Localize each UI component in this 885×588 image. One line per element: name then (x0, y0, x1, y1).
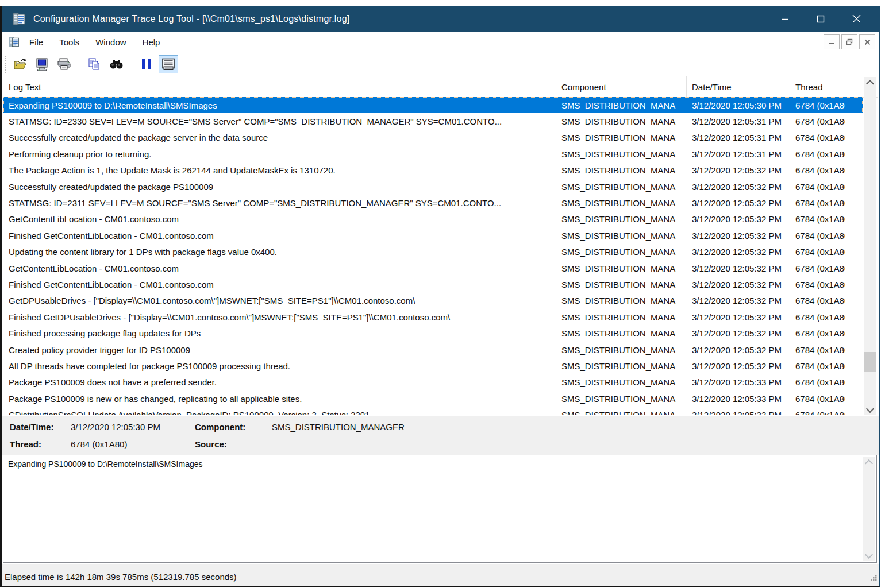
column-header-component[interactable]: Component (556, 76, 687, 97)
window-title: Configuration Manager Trace Log Tool - [… (33, 14, 349, 24)
log-cell: Finished GetDPUsableDrives - ["Display=\… (3, 312, 556, 322)
thread-cell: 6784 (0x1A80) (790, 100, 845, 110)
component-cell: SMS_DISTRIBUTION_MANA (556, 394, 687, 404)
mdi-restore-icon[interactable] (841, 34, 857, 49)
component-cell: SMS_DISTRIBUTION_MANA (556, 247, 687, 257)
log-row[interactable]: Package PS100009 does not have a preferr… (3, 374, 863, 390)
column-header-thread[interactable]: Thread (790, 76, 845, 97)
datetime-cell: 3/12/2020 12:05:32 PM (687, 182, 790, 192)
log-row[interactable]: GetContentLibLocation - CM01.contoso.com… (3, 260, 863, 276)
datetime-value: 3/12/2020 12:05:30 PM (71, 422, 160, 432)
datetime-cell: 3/12/2020 12:05:32 PM (687, 165, 790, 175)
datetime-cell: 3/12/2020 12:05:33 PM (687, 377, 790, 387)
log-row[interactable]: Finished GetContentLibLocation - CM01.co… (3, 276, 863, 292)
scroll-down-icon[interactable] (864, 404, 876, 415)
toolbar-grip[interactable] (5, 56, 8, 73)
log-cell: Finished GetContentLibLocation - CM01.co… (3, 280, 556, 289)
log-row[interactable]: Finished processing package flag updates… (3, 325, 863, 341)
thread-cell: 6784 (0x1A80) (790, 328, 845, 338)
remote-connect-icon[interactable] (32, 55, 52, 74)
datetime-cell: 3/12/2020 12:05:31 PM (687, 117, 790, 126)
minimize-icon[interactable] (767, 6, 803, 32)
thread-cell: 6784 (0x1A80) (790, 296, 845, 305)
detail-text-box[interactable]: Expanding PS100009 to D:\RemoteInstall\S… (3, 455, 877, 563)
mdi-close-icon[interactable] (859, 34, 875, 49)
cmtrace-window: Configuration Manager Trace Log Tool - [… (0, 0, 885, 588)
thread-cell: 6784 (0x1A80) (790, 149, 845, 159)
resize-grip-icon[interactable] (869, 574, 878, 584)
column-header-log-text[interactable]: Log Text (3, 76, 556, 97)
status-bar: Elapsed time is 142h 18m 39s 785ms (5123… (2, 564, 879, 586)
datetime-cell: 3/12/2020 12:05:32 PM (687, 247, 790, 257)
log-row[interactable]: GetContentLibLocation - CM01.contoso.com… (3, 211, 863, 227)
log-row[interactable]: Created policy provider trigger for ID P… (3, 342, 863, 358)
log-cell: All DP threads have completed for packag… (3, 361, 556, 371)
log-cell: STATMSG: ID=2330 SEV=I LEV=M SOURCE="SMS… (3, 117, 556, 126)
find-icon[interactable] (106, 55, 126, 74)
log-cell: Finished processing package flag updates… (3, 328, 556, 338)
log-row[interactable]: Package PS100009 is new or has changed, … (3, 390, 863, 407)
component-cell: SMS_DISTRIBUTION_MANA (556, 231, 687, 241)
pause-bars (142, 59, 151, 69)
component-cell: SMS_DISTRIBUTION_MANA (556, 117, 687, 126)
log-cell: Performing cleanup prior to returning. (3, 149, 556, 159)
log-row[interactable]: CDistributionSrcSQLUpdate AvailableVersi… (3, 407, 863, 415)
thread-cell: 6784 (0x1A80) (790, 312, 845, 322)
component-cell: SMS_DISTRIBUTION_MANA (556, 361, 687, 371)
component-cell: SMS_DISTRIBUTION_MANA (556, 328, 687, 338)
log-row[interactable]: The Package Action is 1, the Update Mask… (3, 163, 863, 179)
log-row[interactable]: STATMSG: ID=2311 SEV=I LEV=M SOURCE="SMS… (3, 195, 863, 211)
log-row[interactable]: Successfully created/updated the package… (3, 130, 863, 146)
log-row[interactable]: Expanding PS100009 to D:\RemoteInstall\S… (3, 97, 863, 113)
thread-cell: 6784 (0x1A80) (790, 377, 845, 387)
log-row[interactable]: Updating the content library for 1 DPs w… (3, 244, 863, 260)
log-row[interactable]: Finished GetDPUsableDrives - ["Display=\… (3, 309, 863, 325)
detail-panel: Date/Time: 3/12/2020 12:05:30 PM Compone… (2, 416, 879, 455)
component-cell: SMS_DISTRIBUTION_MANA (556, 182, 687, 192)
scrollbar-thumb[interactable] (864, 352, 876, 372)
log-cell: Successfully created/updated the package… (3, 182, 556, 192)
datetime-cell: 3/12/2020 12:05:33 PM (687, 394, 790, 404)
open-file-icon[interactable] (10, 55, 30, 74)
close-icon[interactable] (838, 6, 874, 32)
log-cell: CDistributionSrcSQLUpdate AvailableVersi… (3, 410, 556, 415)
column-headers: Log Text Component Date/Time Thread (3, 76, 878, 98)
thread-cell: 6784 (0x1A80) (790, 280, 845, 289)
menu-file[interactable]: File (22, 34, 50, 51)
title-bar[interactable]: Configuration Manager Trace Log Tool - [… (2, 6, 879, 32)
toolbar-separator (130, 57, 130, 72)
menu-tools[interactable]: Tools (52, 34, 86, 51)
thread-cell: 6784 (0x1A80) (790, 345, 845, 355)
copy-icon[interactable] (84, 55, 104, 74)
log-row[interactable]: GetDPUsableDrives - ["Display=\\CM01.con… (3, 293, 863, 309)
log-row[interactable]: Performing cleanup prior to returning.SM… (3, 146, 863, 162)
log-cell: Package PS100009 is new or has changed, … (3, 394, 556, 404)
highlight-icon[interactable] (159, 55, 178, 74)
datetime-cell: 3/12/2020 12:05:32 PM (687, 361, 790, 371)
menu-bar: File Tools Window Help (2, 32, 879, 53)
thread-cell: 6784 (0x1A80) (790, 394, 845, 404)
component-cell: SMS_DISTRIBUTION_MANA (556, 377, 687, 387)
maximize-icon[interactable] (803, 6, 838, 32)
scroll-down-icon[interactable] (863, 550, 875, 561)
menu-help[interactable]: Help (136, 34, 167, 51)
detail-scrollbar[interactable] (863, 457, 875, 561)
log-cell: Created policy provider trigger for ID P… (3, 345, 556, 355)
list-scrollbar[interactable] (864, 77, 876, 415)
log-row[interactable]: STATMSG: ID=2330 SEV=I LEV=M SOURCE="SMS… (3, 113, 863, 129)
scroll-up-icon[interactable] (863, 457, 875, 467)
log-cell: GetContentLibLocation - CM01.contoso.com (3, 264, 556, 273)
mdi-controls (824, 34, 875, 49)
thread-cell: 6784 (0x1A80) (790, 247, 845, 257)
log-row[interactable]: Successfully created/updated the package… (3, 179, 863, 195)
scroll-up-icon[interactable] (864, 77, 876, 88)
pause-icon[interactable] (137, 55, 156, 74)
document-menu-icon[interactable] (7, 35, 20, 49)
menu-window[interactable]: Window (88, 34, 133, 51)
log-row[interactable]: Finished GetContentLibLocation - CM01.co… (3, 227, 863, 243)
log-cell: STATMSG: ID=2311 SEV=I LEV=M SOURCE="SMS… (3, 198, 556, 208)
print-icon[interactable] (54, 55, 74, 74)
mdi-minimize-icon[interactable] (824, 34, 840, 49)
column-header-datetime[interactable]: Date/Time (687, 76, 790, 97)
log-row[interactable]: All DP threads have completed for packag… (3, 358, 863, 374)
